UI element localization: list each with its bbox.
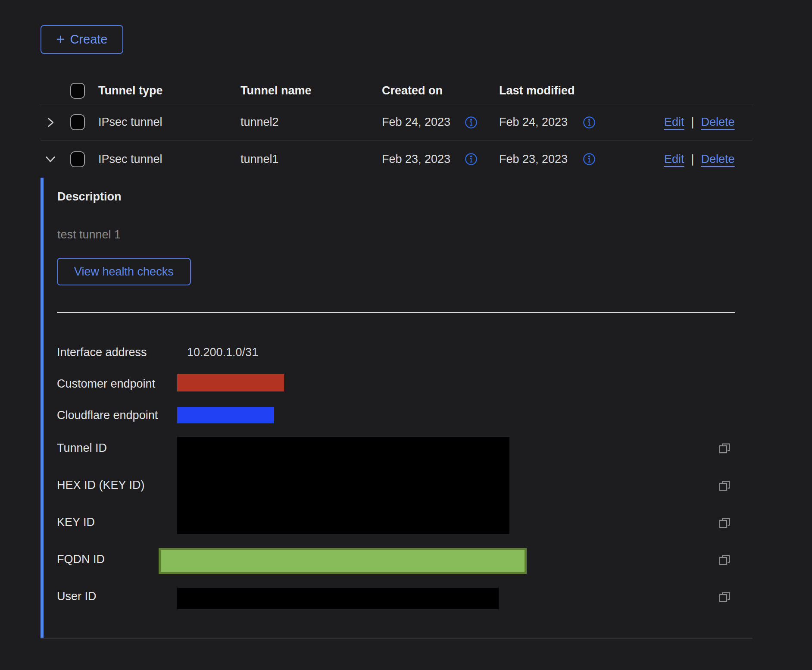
customer-endpoint-label: Customer endpoint <box>57 377 155 391</box>
copy-icon <box>718 516 733 529</box>
copy-icon <box>718 553 733 566</box>
created-on-info-icon[interactable] <box>465 153 478 166</box>
interface-address-value: 10.200.1.0/31 <box>187 346 258 359</box>
create-button[interactable]: + Create <box>41 25 123 54</box>
column-header-created-on: Created on <box>382 78 443 104</box>
expanded-row-accent-bar <box>41 178 44 638</box>
tunnel-type-cell: IPsec tunnel <box>98 104 162 141</box>
fqdn-id-label: FQDN ID <box>57 553 105 566</box>
user-id-redacted-value <box>177 588 499 609</box>
last-modified-info-icon[interactable] <box>583 116 596 129</box>
copy-user-id-button[interactable] <box>718 589 733 604</box>
copy-key-id-button[interactable] <box>718 515 733 530</box>
tunnel-type-cell: IPsec tunnel <box>98 141 162 178</box>
copy-icon <box>718 441 733 454</box>
expanded-row-bottom-border <box>41 638 753 639</box>
last-modified-cell: Feb 24, 2023 <box>499 104 568 141</box>
description-label: Description <box>57 190 122 204</box>
tunnel-id-label: Tunnel ID <box>57 441 107 455</box>
delete-link[interactable]: Delete <box>701 153 735 166</box>
created-on-cell: Feb 23, 2023 <box>382 141 450 178</box>
create-button-label: Create <box>70 32 107 47</box>
table-row: IPsec tunnel tunnel1 Feb 23, 2023 Feb 23… <box>41 141 753 178</box>
chevron-down-icon <box>44 153 57 166</box>
customer-endpoint-redacted-value <box>177 374 284 391</box>
description-value: test tunnel 1 <box>57 228 121 241</box>
key-id-label: KEY ID <box>57 516 95 529</box>
edit-link[interactable]: Edit <box>664 153 684 166</box>
action-separator: | <box>691 153 694 166</box>
copy-icon <box>718 590 733 603</box>
table-header-row: Tunnel type Tunnel name Created on Last … <box>41 78 753 104</box>
ids-redacted-value-block <box>177 437 509 534</box>
view-health-checks-button[interactable]: View health checks <box>57 258 191 285</box>
column-header-last-modified: Last modified <box>499 78 575 104</box>
delete-link[interactable]: Delete <box>701 116 735 129</box>
cloudflare-endpoint-label: Cloudflare endpoint <box>57 409 158 422</box>
tunnel-name-cell: tunnel2 <box>240 104 279 141</box>
interface-address-label: Interface address <box>57 346 147 359</box>
collapse-row-button[interactable] <box>44 153 57 166</box>
plus-icon: + <box>56 31 65 46</box>
tunnel-name-cell: tunnel1 <box>240 141 279 178</box>
tunnels-page: + Create Tunnel type Tunnel name Created… <box>0 0 812 670</box>
column-header-tunnel-type: Tunnel type <box>98 78 163 104</box>
expand-row-button[interactable] <box>44 116 57 129</box>
hex-id-label: HEX ID (KEY ID) <box>57 479 145 492</box>
edit-link[interactable]: Edit <box>664 116 684 129</box>
copy-tunnel-id-button[interactable] <box>718 441 733 455</box>
created-on-info-icon[interactable] <box>465 116 478 129</box>
created-on-cell: Feb 24, 2023 <box>382 104 450 141</box>
column-header-tunnel-name: Tunnel name <box>240 78 312 104</box>
row-checkbox[interactable] <box>70 114 85 130</box>
select-all-checkbox[interactable] <box>70 83 85 99</box>
copy-fqdn-id-button[interactable] <box>718 552 733 567</box>
chevron-right-icon <box>44 116 57 129</box>
table-row: IPsec tunnel tunnel2 Feb 24, 2023 Feb 24… <box>41 104 753 141</box>
panel-divider <box>57 312 735 313</box>
last-modified-info-icon[interactable] <box>583 153 596 166</box>
cloudflare-endpoint-redacted-value <box>177 407 274 423</box>
fqdn-id-redacted-value <box>159 548 527 574</box>
user-id-label: User ID <box>57 590 97 603</box>
copy-icon <box>718 479 733 492</box>
last-modified-cell: Feb 23, 2023 <box>499 141 568 178</box>
action-separator: | <box>691 116 694 129</box>
row-checkbox[interactable] <box>70 151 85 167</box>
copy-hex-id-button[interactable] <box>718 478 733 493</box>
